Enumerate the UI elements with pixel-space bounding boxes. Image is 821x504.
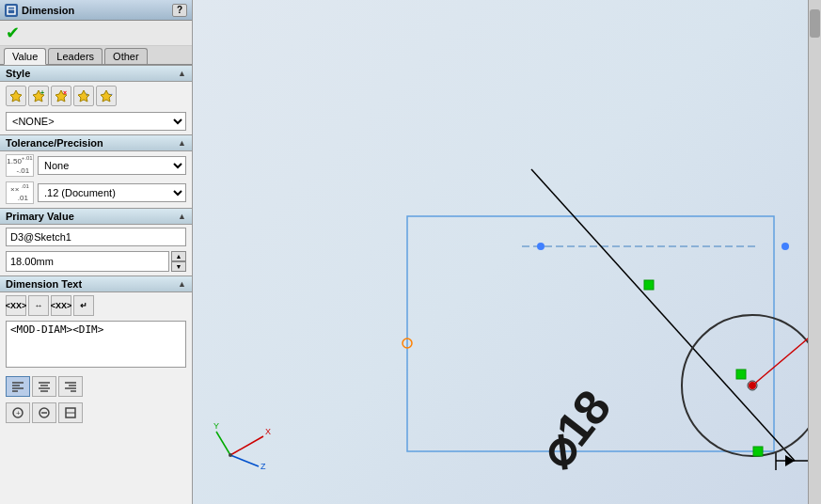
style-add-button[interactable]: +: [28, 86, 49, 106]
svg-rect-40: [753, 447, 763, 456]
help-button[interactable]: ?: [172, 4, 187, 17]
svg-line-36: [752, 334, 813, 386]
svg-point-37: [749, 382, 756, 389]
window-icon: [5, 4, 18, 17]
svg-line-49: [216, 432, 230, 455]
svg-text:Y: Y: [213, 421, 219, 431]
numeric-spinners: ▲ ▼: [171, 251, 186, 272]
title-bar: Dimension ?: [0, 0, 192, 21]
bottom-btn-3[interactable]: [58, 402, 83, 423]
style-collapse-icon: ▲: [178, 69, 186, 78]
style-load-button[interactable]: ↓: [73, 86, 94, 106]
svg-text:↓: ↓: [86, 91, 88, 97]
svg-text:Z: Z: [261, 462, 266, 471]
precision-select[interactable]: .12 (Document) .1 .12 .123 .1234: [38, 183, 186, 202]
svg-text:×: ×: [63, 89, 67, 96]
svg-rect-0: [8, 7, 15, 14]
tolerance-row: 1.50+.01 -.01 None Basic Bilateral Limit…: [0, 151, 192, 180]
style-section-header[interactable]: Style ▲: [0, 65, 192, 82]
tolerance-collapse-icon: ▲: [178, 138, 186, 148]
primary-sketch-row: [0, 225, 192, 249]
align-right-button[interactable]: [58, 376, 83, 397]
cad-drawing: ⌀18 R20: [193, 0, 821, 504]
dim-text-enter-button[interactable]: ↵: [73, 295, 94, 316]
style-select[interactable]: <NONE>: [6, 112, 186, 131]
style-icons-row: + × ↓ →: [0, 82, 192, 110]
svg-point-41: [537, 243, 545, 250]
confirm-area: ✔: [0, 21, 192, 46]
svg-text:X: X: [265, 427, 271, 436]
svg-marker-46: [785, 455, 795, 466]
tolerance-type-select[interactable]: None Basic Bilateral Limit Symmetric: [38, 156, 186, 175]
tolerance-type-icon: 1.50+.01 -.01: [6, 154, 34, 177]
dimension-text-section-header[interactable]: Dimension Text ▲: [0, 276, 192, 292]
primary-collapse-icon: ▲: [178, 212, 186, 221]
dim-text-collapse-icon: ▲: [178, 279, 186, 289]
dim-text-xx2-button[interactable]: <XX>: [51, 295, 71, 316]
svg-line-47: [230, 436, 263, 455]
svg-point-42: [782, 243, 789, 250]
svg-text:⌀18: ⌀18: [528, 381, 621, 478]
panel-content: Style ▲ + ×: [0, 65, 192, 504]
text-align-row: [0, 373, 192, 400]
bottom-btn-1[interactable]: +: [6, 402, 30, 423]
align-left-button[interactable]: [6, 376, 30, 397]
svg-marker-2: [10, 90, 22, 102]
confirm-checkmark[interactable]: ✔: [6, 24, 186, 41]
style-dropdown-row: <NONE>: [0, 110, 192, 134]
svg-rect-38: [736, 370, 746, 379]
primary-sketch-input[interactable]: [6, 228, 186, 246]
window-title: Dimension: [22, 5, 74, 16]
tab-value[interactable]: Value: [4, 48, 46, 65]
dim-text-arrows-button[interactable]: ↔: [28, 295, 49, 316]
tolerance-section-header[interactable]: Tolerance/Precision ▲: [0, 134, 192, 151]
primary-value-section-header[interactable]: Primary Value ▲: [0, 208, 192, 225]
precision-row: ×× .01 .01 .12 (Document) .1 .12 .123 .1…: [0, 180, 192, 208]
svg-line-51: [230, 455, 259, 466]
style-copy-button[interactable]: →: [96, 86, 117, 106]
dim-text-textarea[interactable]: <MOD-DIAM><DIM>: [6, 321, 186, 368]
bottom-btn-2[interactable]: [32, 402, 56, 423]
svg-text:+: +: [16, 409, 21, 417]
tab-leaders[interactable]: Leaders: [48, 48, 103, 64]
primary-numeric-row: ▲ ▼: [0, 249, 192, 276]
align-center-button[interactable]: [32, 376, 56, 397]
spin-up-button[interactable]: ▲: [171, 251, 186, 261]
cad-scrollbar-thumb[interactable]: [810, 9, 820, 38]
spin-down-button[interactable]: ▼: [171, 261, 186, 272]
cad-scrollbar[interactable]: [808, 0, 821, 504]
coordinate-indicator: X Y Z: [212, 417, 277, 476]
tabs-bar: Value Leaders Other: [0, 46, 192, 65]
cad-area: ⌀18 R20 X Y Z: [193, 0, 821, 504]
dim-text-icons-row: <XX> ↔ <XX> ↵: [0, 292, 192, 319]
tab-other[interactable]: Other: [104, 48, 148, 64]
svg-rect-39: [644, 280, 654, 290]
dim-text-area-row: <MOD-DIAM><DIM>: [0, 319, 192, 373]
svg-text:+: +: [40, 89, 44, 96]
dim-text-xx-button[interactable]: <XX>: [6, 295, 26, 316]
style-delete-button[interactable]: ×: [51, 86, 71, 106]
svg-point-53: [229, 453, 232, 457]
primary-numeric-input[interactable]: [6, 251, 169, 272]
svg-text:→: →: [108, 91, 114, 97]
left-panel: Dimension ? ✔ Value Leaders Other Style …: [0, 0, 193, 504]
bottom-tools-row: +: [0, 400, 192, 426]
precision-icon: ×× .01 .01: [6, 181, 34, 204]
style-save-button[interactable]: [6, 86, 26, 106]
